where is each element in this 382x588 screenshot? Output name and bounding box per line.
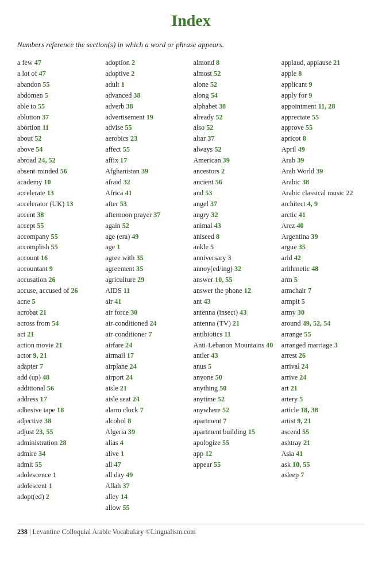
index-grid: a few 47a lot of 47abandon 55abdomen 5ab… — [17, 57, 365, 513]
entry-word: adhesive tape — [17, 406, 55, 414]
entry-number: 1 — [47, 482, 52, 490]
entry-word: Arez — [281, 222, 295, 230]
list-item: Argentina 39 — [281, 231, 365, 242]
entry-number: 47 — [33, 59, 41, 67]
entry-word: Arab World — [281, 167, 314, 175]
list-item: anus 5 — [194, 361, 277, 372]
entry-number: 50 — [214, 373, 222, 381]
page-number: 238 — [17, 528, 28, 536]
list-item: adjust 23, 55 — [17, 427, 101, 438]
entry-word: airmail — [105, 351, 125, 359]
entry-word: admit — [17, 461, 33, 469]
entry-number: 11 — [41, 123, 49, 131]
entry-number: 50 — [218, 384, 226, 392]
list-item: applicant 9 — [281, 79, 365, 90]
entry-number: 52 — [214, 113, 222, 121]
list-item: advanced 38 — [105, 90, 188, 101]
entry-word: allow — [105, 504, 121, 512]
list-item: adolescent 1 — [17, 481, 101, 492]
entry-number: 47 — [37, 69, 46, 78]
entry-number: 38 — [132, 91, 140, 99]
entry-number: 55 — [121, 504, 129, 512]
entry-number: 39 — [295, 156, 304, 164]
entry-number: 35 — [134, 265, 143, 273]
list-item: airmail 17 — [105, 350, 188, 361]
list-item: adapter 7 — [17, 361, 101, 372]
entry-word: account — [17, 254, 39, 262]
entry-number: 15 — [246, 428, 255, 436]
entry-number: 38 — [300, 178, 309, 186]
list-item: arid 42 — [281, 253, 365, 264]
entry-number: 21 — [331, 59, 340, 67]
entry-word: Arabic — [281, 178, 300, 186]
entry-word: article — [281, 406, 299, 414]
entry-word: age (era) — [105, 233, 130, 241]
entry-number: 17 — [118, 156, 127, 164]
list-item: ancient 56 — [194, 177, 277, 188]
entry-number: 4, 9 — [306, 200, 318, 208]
entry-number: 55 — [33, 461, 42, 469]
list-item: academy 10 — [17, 177, 101, 188]
entry-number: 55 — [49, 233, 58, 241]
list-item: Asia 41 — [281, 448, 365, 459]
entry-number: 49, 52, 54 — [301, 319, 331, 327]
list-item: air 41 — [105, 296, 188, 307]
entry-number: 52 — [33, 134, 41, 142]
footer-text: | Levantine Colloquial Arabic Vocabulary… — [29, 528, 196, 536]
entry-word: arrange — [281, 330, 303, 338]
list-item: allow 55 — [105, 502, 188, 513]
list-item: Allah 37 — [105, 481, 188, 492]
list-item: ant 43 — [194, 296, 277, 307]
entry-word: ancient — [194, 178, 214, 186]
entry-number: 21 — [302, 439, 310, 447]
entry-number: 3 — [226, 254, 231, 262]
list-item: accomplish 55 — [17, 242, 101, 253]
entry-word: admire — [17, 450, 37, 458]
entry-number: 55 — [121, 145, 130, 153]
entry-word: ant — [194, 297, 202, 305]
column-3: almond 8almost 52alone 52along 54alphabe… — [194, 57, 277, 513]
list-item: apartment building 15 — [194, 427, 277, 438]
entry-number: 55 — [41, 80, 49, 88]
list-item: ask 10, 55 — [281, 459, 365, 470]
entry-number: 56 — [45, 384, 54, 392]
entry-number: 22 — [344, 189, 353, 197]
entry-number: 16 — [39, 254, 48, 262]
entry-number: 24 — [124, 373, 133, 381]
entry-word: antenna (TV) — [194, 319, 231, 327]
entry-number: 49 — [124, 471, 133, 479]
entry-word: accountant — [17, 265, 48, 273]
entry-number: 39 — [314, 167, 323, 175]
list-item: afternoon prayer 37 — [105, 210, 188, 220]
entry-number: 1 — [115, 243, 120, 251]
entry-number: 37 — [152, 211, 160, 219]
list-item: action movie 21 — [17, 340, 101, 351]
entry-number: 5 — [292, 276, 298, 284]
list-item: Algeria 39 — [105, 427, 188, 438]
entry-number: 2 — [129, 69, 134, 78]
entry-word: academy — [17, 178, 42, 186]
entry-number: 24 — [124, 341, 132, 349]
entry-word: ask — [281, 461, 291, 469]
entry-word: app — [194, 450, 204, 458]
list-item: admit 55 — [17, 459, 101, 470]
entry-number: 43 — [238, 308, 246, 316]
entry-word: accept — [17, 222, 35, 230]
list-item: age (era) 49 — [105, 231, 188, 242]
entry-number: 55 — [304, 123, 312, 131]
entry-word: administration — [17, 439, 57, 447]
entry-number: 52 — [121, 222, 129, 230]
entry-number: 53 — [118, 200, 127, 208]
entry-word: approve — [281, 123, 304, 131]
entry-number: 48 — [41, 373, 49, 381]
entry-word: accent — [17, 211, 35, 219]
entry-number: 52 — [212, 69, 221, 78]
entry-number: 9, 21 — [295, 417, 311, 425]
list-item: able to 55 — [17, 101, 101, 112]
list-item: all 47 — [105, 459, 188, 470]
column-1: a few 47a lot of 47abandon 55abdomen 5ab… — [17, 57, 101, 513]
list-item: air force 30 — [105, 307, 188, 318]
list-item: age 1 — [105, 242, 188, 253]
list-item: answer the phone 12 — [194, 285, 277, 296]
entry-word: airplane — [105, 362, 128, 370]
